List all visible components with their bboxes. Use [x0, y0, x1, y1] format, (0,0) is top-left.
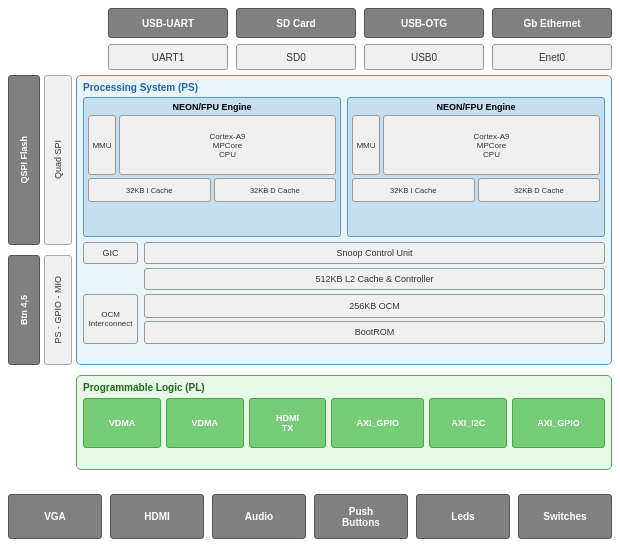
sd0-box: SD0: [236, 44, 356, 70]
gic-box: GIC: [83, 242, 138, 264]
cpu-block-1: NEON/FPU Engine MMU Cortex-A9 MPCore CPU…: [83, 97, 341, 237]
vdma-1-box: VDMA: [83, 398, 161, 448]
btn-box: Btn 4,5: [8, 255, 40, 365]
l2-cache-row: 512KB L2 Cache & Controller: [83, 268, 605, 290]
icache-1-box: 32KB I Cache: [88, 178, 211, 202]
pl-label: Programmable Logic (PL): [83, 382, 605, 393]
usb-uart-box: USB-UART: [108, 8, 228, 38]
ocm-interconnect-box: OCM Interconnect: [83, 294, 138, 344]
push-buttons-box: Push Buttons: [314, 494, 408, 539]
enet0-box: Enet0: [492, 44, 612, 70]
cpu-blocks-row: NEON/FPU Engine MMU Cortex-A9 MPCore CPU…: [83, 97, 605, 237]
scu-box: Snoop Control Unit: [144, 242, 605, 264]
cpu-block-2: NEON/FPU Engine MMU Cortex-A9 MPCore CPU…: [347, 97, 605, 237]
usb0-box: USB0: [364, 44, 484, 70]
icache-2-box: 32KB I Cache: [352, 178, 475, 202]
l2cache-box: 512KB L2 Cache & Controller: [144, 268, 605, 290]
bottom-peripherals-row: VGA HDMI Audio Push Buttons Leds Switche…: [8, 494, 612, 539]
sd-card-box: SD Card: [236, 8, 356, 38]
switches-box: Switches: [518, 494, 612, 539]
ocm-row: OCM Interconnect 256KB OCM BootROM: [83, 294, 605, 344]
vga-box: VGA: [8, 494, 102, 539]
uart1-box: UART1: [108, 44, 228, 70]
top-hardware-row: USB-UART SD Card USB-OTG Gb Ethernet: [108, 8, 612, 38]
ps-gpio-box: PS - GPIO - MIO: [44, 255, 72, 365]
gic-scu-row: GIC Snoop Control Unit: [83, 242, 605, 264]
hdmi-box: HDMI: [110, 494, 204, 539]
axi-gpio-1-box: AXI_GPIO: [331, 398, 424, 448]
cortex-a9-1-box: Cortex-A9 MPCore CPU: [119, 115, 336, 175]
neon-fpu-1-label: NEON/FPU Engine: [88, 102, 336, 112]
dcache-1-box: 32KB D Cache: [214, 178, 337, 202]
qspi-flash-box: QSPI Flash: [8, 75, 40, 245]
leds-box: Leds: [416, 494, 510, 539]
mmu-2-box: MMU: [352, 115, 380, 175]
top-ports-row: UART1 SD0 USB0 Enet0: [108, 44, 612, 70]
audio-box: Audio: [212, 494, 306, 539]
gb-ethernet-box: Gb Ethernet: [492, 8, 612, 38]
cortex-a9-2-box: Cortex-A9 MPCore CPU: [383, 115, 600, 175]
vdma-2-box: VDMA: [166, 398, 244, 448]
main-diagram: USB-UART SD Card USB-OTG Gb Ethernet UAR…: [0, 0, 620, 547]
ocm-box: 256KB OCM: [144, 294, 605, 318]
quad-spi-box: Quad SPI: [44, 75, 72, 245]
programmable-logic-region: Programmable Logic (PL) VDMA VDMA HDMI T…: [76, 375, 612, 470]
usb-otg-box: USB-OTG: [364, 8, 484, 38]
hdmi-tx-box: HDMI TX: [249, 398, 327, 448]
neon-fpu-2-label: NEON/FPU Engine: [352, 102, 600, 112]
dcache-2-box: 32KB D Cache: [478, 178, 601, 202]
pl-blocks-row: VDMA VDMA HDMI TX AXI_GPIO AXI_I2C AXI_G…: [83, 398, 605, 448]
axi-i2c-box: AXI_I2C: [429, 398, 507, 448]
bootrom-box: BootROM: [144, 321, 605, 345]
processing-system-region: Processing System (PS) NEON/FPU Engine M…: [76, 75, 612, 365]
ps-label: Processing System (PS): [83, 82, 605, 93]
mmu-1-box: MMU: [88, 115, 116, 175]
axi-gpio-2-box: AXI_GPIO: [512, 398, 605, 448]
